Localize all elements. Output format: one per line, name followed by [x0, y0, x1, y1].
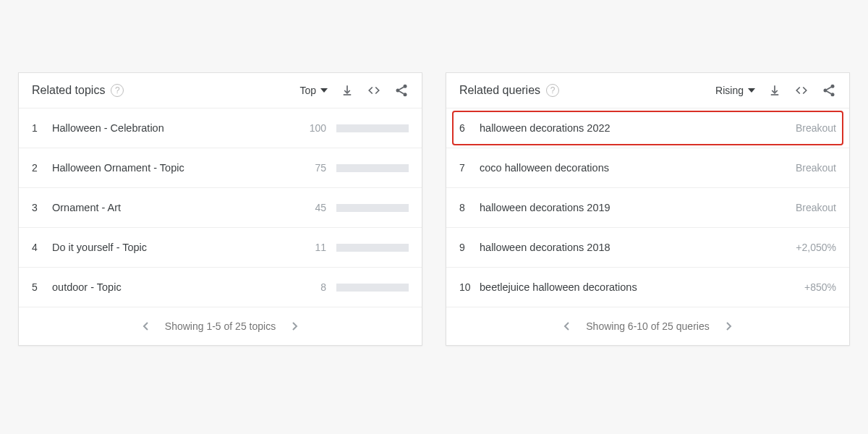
row-value: 11 [303, 242, 326, 253]
next-page-button[interactable] [723, 318, 736, 334]
row-rank: 1 [32, 122, 49, 134]
row-rank: 8 [459, 202, 477, 213]
related-topics-panel: Related topics ? Top 1Halloween - Celebr… [18, 72, 422, 346]
help-icon[interactable]: ? [111, 84, 124, 97]
sort-label: Rising [715, 85, 744, 96]
sort-selector[interactable]: Top [299, 85, 328, 96]
row-value: 8 [303, 281, 326, 293]
related-queries-panel: Related queries ? Rising 6halloween deco… [446, 72, 850, 346]
row-label: halloween decorations 2022 [477, 122, 778, 134]
row-rank: 6 [459, 122, 477, 134]
panel-header: Related queries ? Rising [446, 73, 849, 109]
row-value: 100 [303, 122, 326, 134]
chevron-down-icon [748, 88, 755, 93]
row-label: Do it yourself - Topic [49, 242, 303, 253]
pager-text: Showing 1-5 of 25 topics [165, 320, 276, 332]
embed-icon[interactable] [367, 84, 381, 97]
sort-label: Top [299, 85, 316, 96]
bar-track [336, 204, 409, 212]
pager-text: Showing 6-10 of 25 queries [586, 320, 709, 332]
prev-page-button[interactable] [139, 318, 152, 334]
row-rank: 9 [459, 242, 477, 253]
topic-row[interactable]: 3Ornament - Art45 [19, 188, 422, 228]
panel-header: Related topics ? Top [19, 73, 422, 109]
row-value: 45 [303, 202, 326, 213]
row-label: Ornament - Art [49, 202, 303, 213]
svg-point-2 [404, 93, 407, 96]
topic-row[interactable]: 4Do it yourself - Topic11 [19, 228, 422, 268]
rows-list: 1Halloween - Celebration1002Halloween Or… [19, 109, 422, 307]
svg-point-4 [824, 89, 827, 93]
pager: Showing 6-10 of 25 queries [446, 307, 849, 345]
help-icon[interactable]: ? [546, 84, 559, 97]
row-rank: 4 [32, 242, 49, 253]
share-icon[interactable] [394, 83, 409, 98]
row-rank: 5 [32, 281, 49, 293]
bar-track [336, 284, 409, 292]
download-icon[interactable] [768, 84, 781, 97]
topic-row[interactable]: 2Halloween Ornament - Topic75 [19, 148, 422, 188]
query-row[interactable]: 6halloween decorations 2022Breakout [446, 109, 849, 148]
next-page-button[interactable] [289, 318, 302, 334]
topic-row[interactable]: 5outdoor - Topic8 [19, 268, 422, 307]
prev-page-button[interactable] [560, 318, 573, 334]
row-rank: 7 [459, 162, 477, 174]
row-label: halloween decorations 2019 [477, 202, 778, 213]
row-label: Halloween Ornament - Topic [49, 162, 303, 174]
svg-point-1 [396, 89, 400, 93]
panel-title: Related topics [32, 84, 105, 97]
topic-row[interactable]: 1Halloween - Celebration100 [19, 109, 422, 148]
row-rank: 10 [459, 281, 477, 293]
share-icon[interactable] [822, 83, 836, 98]
rows-list: 6halloween decorations 2022Breakout7coco… [446, 109, 849, 307]
pager: Showing 1-5 of 25 topics [19, 307, 422, 345]
row-label: halloween decorations 2018 [477, 242, 778, 253]
row-label: beetlejuice halloween decorations [477, 281, 778, 293]
query-row[interactable]: 9halloween decorations 2018+2,050% [446, 228, 849, 268]
query-row[interactable]: 8halloween decorations 2019Breakout [446, 188, 849, 228]
chevron-down-icon [320, 88, 328, 93]
row-label: Halloween - Celebration [49, 122, 303, 134]
row-metric: Breakout [778, 162, 836, 174]
sort-selector[interactable]: Rising [715, 85, 755, 96]
bar-track [336, 244, 409, 252]
svg-point-0 [404, 85, 407, 88]
svg-point-5 [831, 93, 835, 96]
row-metric: Breakout [778, 202, 836, 213]
svg-point-3 [831, 85, 835, 88]
panel-title: Related queries [459, 84, 540, 97]
bar-track [336, 164, 409, 172]
row-metric: Breakout [778, 122, 836, 134]
row-metric: +2,050% [778, 242, 836, 253]
row-label: outdoor - Topic [49, 281, 303, 293]
download-icon[interactable] [341, 84, 354, 97]
query-row[interactable]: 10beetlejuice halloween decorations+850% [446, 268, 849, 307]
query-row[interactable]: 7coco halloween decorationsBreakout [446, 148, 849, 188]
row-metric: +850% [778, 281, 836, 293]
embed-icon[interactable] [794, 84, 809, 97]
row-rank: 2 [32, 162, 49, 174]
row-rank: 3 [32, 202, 49, 213]
row-label: coco halloween decorations [477, 162, 778, 174]
bar-track [336, 124, 409, 132]
row-value: 75 [303, 162, 326, 174]
